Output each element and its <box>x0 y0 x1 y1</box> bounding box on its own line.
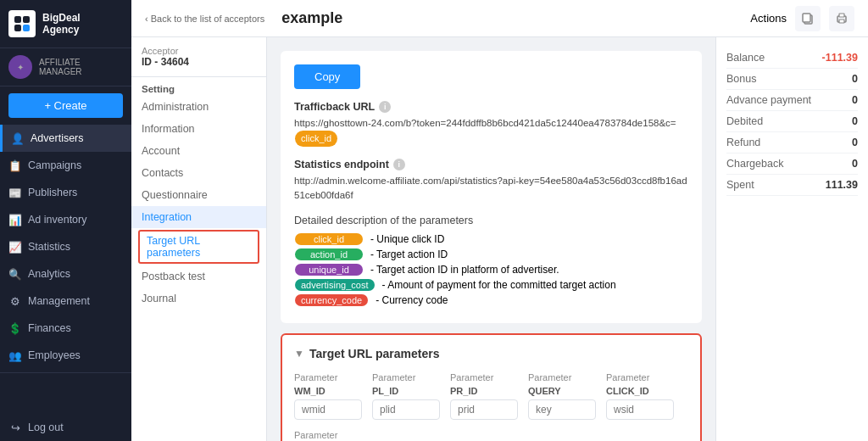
balance-row-4: Refund 0 <box>726 132 858 154</box>
svg-rect-5 <box>803 14 810 22</box>
param-input-pl-id[interactable] <box>372 399 440 420</box>
param-header-pr-id: Parameter <box>450 372 518 382</box>
trafficback-section: Trafficback URL i https://ghosttown-24.c… <box>294 101 688 147</box>
right-panel: Balance -111.39 Bonus 0 Advance payment … <box>715 37 868 441</box>
balance-value-5: 0 <box>852 158 858 170</box>
sidebar-item-finances[interactable]: 💲 Finances <box>0 315 131 342</box>
balance-label-2: Advance payment <box>726 94 811 106</box>
subnav-administration[interactable]: Administration <box>131 96 266 118</box>
sidebar-item-employees[interactable]: 👥 Employees <box>0 342 131 369</box>
publishers-icon: 📰 <box>8 186 22 199</box>
topbar: ‹ Back to the list of acceptors example … <box>131 0 868 37</box>
content: Acceptor ID - 34604 Setting Administrati… <box>131 37 868 441</box>
param-col-wm-id: Parameter WM_ID <box>294 372 362 420</box>
param-col-query: Parameter QUERY <box>528 372 596 420</box>
main-panel: ‹ Back to the list of acceptors example … <box>131 0 868 441</box>
sidebar-item-campaigns[interactable]: 📋 Campaigns <box>0 152 131 179</box>
affiliate-section: ✦ AFFILIATE MANAGER <box>0 48 131 87</box>
param-input-wm-id[interactable] <box>294 399 362 420</box>
balance-value-4: 0 <box>852 137 858 148</box>
sidebar-item-statistics[interactable]: 📈 Statistics <box>0 233 131 260</box>
target-title: Target URL parameters <box>309 347 440 360</box>
sidebar-item-management[interactable]: ⚙ Management <box>0 287 131 315</box>
params-description: click_id - Unique click ID action_id - T… <box>294 233 688 306</box>
param-row-click-id: click_id - Unique click ID <box>294 233 688 245</box>
target-header: ▼ Target URL parameters <box>294 347 688 360</box>
svg-rect-0 <box>14 16 21 23</box>
balance-label-1: Bonus <box>726 73 756 85</box>
param-col-short-click-id: Parameter SHORT_CLICK_ID <box>294 430 375 441</box>
subnav-integration[interactable]: Integration <box>131 206 266 228</box>
param-desc-click-id: - Unique click ID <box>370 233 444 245</box>
balance-label-5: Chargeback <box>726 158 783 170</box>
collapse-icon[interactable]: ▼ <box>294 348 304 360</box>
param-header-pl-id: Parameter <box>372 372 440 382</box>
param-input-click-id[interactable] <box>606 399 674 420</box>
trafficback-info-icon[interactable]: i <box>379 101 391 113</box>
nav-label-publishers: Publishers <box>28 187 77 198</box>
param-col-pl-id: Parameter PL_ID <box>372 372 440 420</box>
balance-value-3: 0 <box>852 115 858 127</box>
acceptor-info: Acceptor ID - 34604 <box>131 37 266 77</box>
param-col-click-id: Parameter CLICK_ID <box>606 372 674 420</box>
subnav-contacts[interactable]: Contacts <box>131 162 266 184</box>
balance-value-1: 0 <box>852 73 858 85</box>
subnav-questionnaire[interactable]: Questionnaire <box>131 184 266 206</box>
balance-row-2: Advance payment 0 <box>726 90 858 111</box>
param-input-query[interactable] <box>528 399 596 420</box>
tag-action-id: action_id <box>295 248 363 260</box>
back-label: Back to the list of acceptors <box>151 14 265 24</box>
trafficback-tag: click_id <box>295 131 337 147</box>
subnav-target-url-parameters[interactable]: Target URL parameters <box>138 230 259 264</box>
subnav-information[interactable]: Information <box>131 118 266 140</box>
create-button[interactable]: + Create <box>8 93 123 118</box>
affiliate-icon: ✦ <box>8 55 32 79</box>
subnav-journal[interactable]: Journal <box>131 287 266 310</box>
nav-label-campaigns: Campaigns <box>28 159 81 171</box>
balance-row-1: Bonus 0 <box>726 69 858 90</box>
param-input-pr-id[interactable] <box>450 399 518 420</box>
param-desc-action-id: - Target action ID <box>370 248 448 260</box>
statistics-info-icon[interactable]: i <box>393 159 405 170</box>
param-row-unique-id: unique_id - Target action ID in platform… <box>294 264 688 276</box>
nav-label-logout: Log out <box>28 421 64 433</box>
balance-value-6: 111.39 <box>826 179 858 191</box>
copy-button[interactable]: Copy <box>294 64 360 89</box>
sidebar-item-publishers[interactable]: 📰 Publishers <box>0 179 131 206</box>
svg-rect-8 <box>839 20 844 23</box>
param-subheader-wm-id: WM_ID <box>294 386 362 396</box>
tag-advertising-cost: advertising_cost <box>295 279 375 291</box>
nav-label-advertisers: Advertisers <box>31 132 84 144</box>
svg-rect-1 <box>23 16 30 23</box>
copy-icon-button[interactable] <box>795 6 821 31</box>
param-col-pr-id: Parameter PR_ID <box>450 372 518 420</box>
nav-label-management: Management <box>28 295 90 307</box>
balance-row-6: Spent 111.39 <box>726 175 858 196</box>
sidebar: BigDeal Agency ✦ AFFILIATE MANAGER + Cre… <box>0 0 131 441</box>
tag-click-id: click_id <box>295 233 363 245</box>
statistics-url: http://admin.welcome-affiliate.com/api/s… <box>294 174 688 204</box>
center-panel: Copy Trafficback URL i https://ghosttown… <box>267 37 715 441</box>
finances-icon: 💲 <box>8 321 22 335</box>
print-icon-button[interactable] <box>829 6 854 31</box>
subnav-postback-test[interactable]: Postback test <box>131 265 266 287</box>
logo-icon <box>8 10 36 37</box>
campaigns-icon: 📋 <box>8 159 22 172</box>
sidebar-item-advertisers[interactable]: 👤 Advertisers <box>0 125 131 152</box>
chevron-left-icon: ‹ <box>145 14 148 24</box>
sidebar-item-logout[interactable]: ↪ Log out <box>0 414 131 441</box>
page-title: example <box>281 9 342 27</box>
param-subheader-pr-id: PR_ID <box>450 386 518 396</box>
management-icon: ⚙ <box>8 294 22 308</box>
balance-value-2: 0 <box>852 94 858 106</box>
balance-value-0: -111.39 <box>822 52 858 64</box>
subnav-account[interactable]: Account <box>131 140 266 162</box>
nav-label-statistics: Statistics <box>28 241 70 253</box>
balance-label-0: Balance <box>726 52 765 64</box>
ad-inventory-icon: 📊 <box>8 213 22 226</box>
actions-label: Actions <box>750 12 787 25</box>
back-link[interactable]: ‹ Back to the list of acceptors <box>145 14 264 24</box>
sidebar-item-ad-inventory[interactable]: 📊 Ad inventory <box>0 206 131 233</box>
affiliate-label: AFFILIATE MANAGER <box>39 58 123 76</box>
sidebar-item-analytics[interactable]: 🔍 Analytics <box>0 260 131 287</box>
